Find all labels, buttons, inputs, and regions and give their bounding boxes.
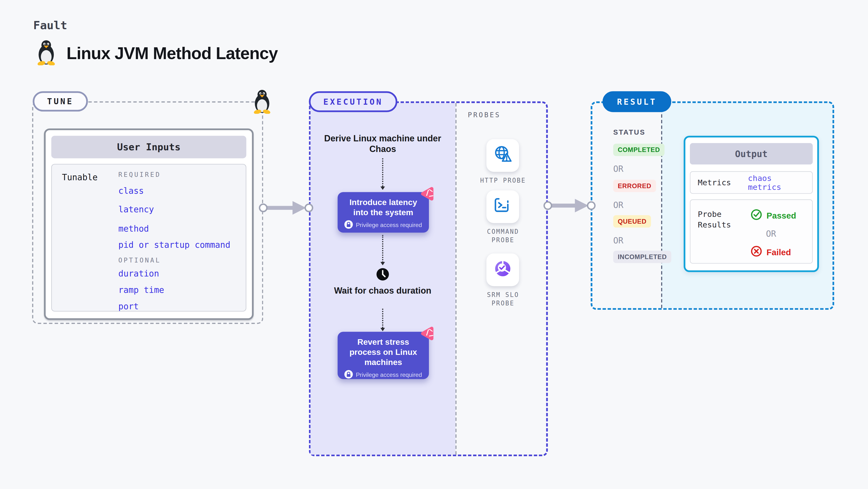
privilege-note-2: Privilege access required: [342, 370, 424, 379]
tunable-duration[interactable]: duration: [118, 269, 159, 279]
command-probe-label: COMMAND PROBE: [457, 227, 549, 244]
tunable-port[interactable]: port: [118, 301, 138, 312]
metrics-value-link[interactable]: chaos metrics: [748, 173, 805, 192]
status-badge-text: QUEUED: [613, 215, 651, 227]
metrics-row: Metrics chaos metrics: [690, 171, 813, 194]
probe-results-row: Probe Results Passed OR: [690, 199, 813, 264]
chaos-logo-icon: [420, 187, 435, 203]
tune-badge: TUNE: [33, 91, 88, 111]
failed-text: Failed: [767, 247, 791, 257]
status-badge-completed: COMPLETED: [613, 143, 664, 156]
probe-results-label: Probe Results: [698, 209, 738, 254]
execution-container: Derive Linux machine under Chaos Introdu…: [309, 101, 548, 456]
check-circle-icon: [751, 209, 762, 222]
result-badge: RESULT: [602, 91, 671, 112]
page-title: Linux JVM Method Latency: [67, 44, 278, 63]
status-badge-queued: QUEUED: [613, 215, 651, 227]
srm-slo-probe-card: [486, 254, 519, 286]
revert-stress-box: Revert stress process on Linux machines …: [338, 332, 429, 379]
probes-zone: PROBES HTTP PROBE: [456, 103, 546, 455]
tunable-row-label: Tunable: [62, 172, 98, 183]
tunable-latency[interactable]: latency: [118, 204, 154, 215]
title-row: Linux JVM Method Latency: [35, 39, 278, 68]
status-badge-text: ERRORED: [613, 180, 656, 192]
output-card: Output Metrics chaos metrics Probe Resul…: [684, 136, 819, 272]
introduce-latency-box: Introduce latency into the system Privil…: [338, 192, 429, 233]
privilege-note: Privilege access required: [342, 220, 424, 229]
tunable-class[interactable]: class: [118, 186, 144, 196]
lock-icon: [344, 370, 353, 379]
clock-icon: [376, 267, 389, 283]
tunable-ramp-time[interactable]: ramp time: [118, 285, 164, 295]
introduce-latency-label: Introduce latency into the system: [342, 197, 424, 217]
http-probe-label: HTTP PROBE: [457, 176, 549, 185]
http-probe-card: [486, 139, 519, 172]
command-probe-card: [486, 190, 519, 223]
execution-zone: Derive Linux machine under Chaos Introdu…: [311, 103, 456, 455]
fault-diagram: Fault Linux JVM Method Latency TUNE: [0, 0, 868, 489]
terminal-icon: [493, 197, 512, 217]
optional-section-label: OPTIONAL: [118, 256, 161, 264]
tunable-pid-or-startup-command[interactable]: pid or startup command: [118, 240, 230, 250]
verdict-or: OR: [766, 229, 796, 239]
status-or: OR: [613, 200, 623, 210]
required-section-label: REQUIRED: [118, 171, 161, 179]
slo-donut-check-icon: [493, 259, 512, 281]
connector-dotted-2: [382, 235, 383, 264]
tune-to-execution-arrow: [256, 197, 316, 219]
wait-step-text: Wait for chaos duration: [323, 285, 442, 296]
connector-dotted-1: [382, 158, 383, 189]
revert-stress-label: Revert stress process on Linux machines: [342, 337, 424, 367]
probes-label: PROBES: [468, 111, 501, 119]
chaos-logo-icon: [420, 326, 435, 343]
status-badge-text: COMPLETED: [613, 143, 664, 156]
status-or: OR: [613, 164, 623, 174]
metrics-label: Metrics: [698, 177, 731, 188]
status-badge-incompleted: INCOMPLETED: [613, 251, 671, 263]
globe-alert-icon: [493, 145, 513, 166]
srm-slo-probe-label: SRM SLO PROBE: [457, 291, 549, 307]
status-badge-text: INCOMPLETED: [613, 251, 671, 263]
privilege-note-text-2: Privilege access required: [356, 371, 422, 378]
diagram-viewport: Fault Linux JVM Method Latency TUNE: [0, 0, 868, 489]
connector-dotted-3: [382, 309, 383, 330]
failed-verdict: Failed: [751, 246, 796, 259]
execution-to-result-arrow: [541, 194, 599, 217]
status-or: OR: [613, 235, 623, 246]
privilege-note-text: Privilege access required: [356, 221, 422, 228]
passed-verdict: Passed: [751, 209, 796, 222]
lock-icon: [344, 220, 353, 229]
verdicts: Passed OR Failed: [751, 209, 796, 254]
passed-text: Passed: [767, 210, 796, 220]
linux-penguin-corner-icon: [251, 89, 273, 116]
fault-kicker: Fault: [33, 19, 67, 32]
result-container: STATUS COMPLETED OR ERRORED OR QUEUED OR…: [591, 101, 834, 310]
tunable-method[interactable]: method: [118, 224, 149, 234]
output-title: Output: [690, 143, 813, 165]
status-badge-errored: ERRORED: [613, 180, 656, 192]
execution-badge: EXECUTION: [309, 91, 398, 112]
linux-penguin-icon: [35, 39, 57, 68]
x-circle-icon: [751, 246, 762, 259]
status-label: STATUS: [613, 128, 645, 136]
derive-step-text: Derive Linux machine under Chaos: [323, 133, 442, 154]
user-inputs-card: User Inputs Tunable REQUIRED class laten…: [44, 128, 254, 320]
user-inputs-title: User Inputs: [51, 136, 246, 158]
tunables-list: Tunable REQUIRED class latency method pi…: [51, 164, 246, 312]
